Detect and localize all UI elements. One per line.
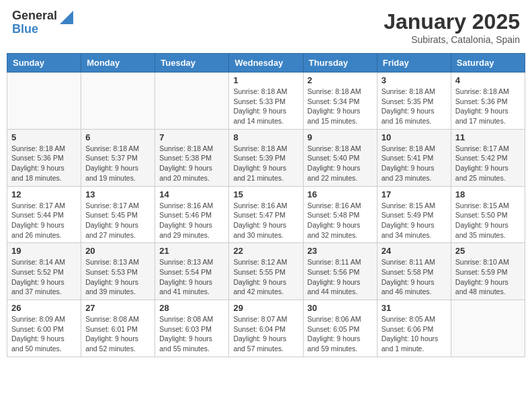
- week-row-1: 1Sunrise: 8:18 AM Sunset: 5:33 PM Daylig…: [7, 73, 525, 130]
- day-number: 4: [455, 75, 521, 85]
- day-info: Sunrise: 8:05 AM Sunset: 6:06 PM Dayligh…: [382, 314, 447, 354]
- day-info: Sunrise: 8:18 AM Sunset: 5:37 PM Dayligh…: [85, 144, 150, 183]
- day-number: 9: [308, 132, 373, 142]
- logo-icon: [60, 11, 73, 24]
- day-info: Sunrise: 8:18 AM Sunset: 5:40 PM Dayligh…: [308, 144, 373, 183]
- calendar-cell: 4Sunrise: 8:18 AM Sunset: 5:36 PM Daylig…: [451, 73, 525, 130]
- day-number: 10: [382, 132, 447, 142]
- calendar-cell: 29Sunrise: 8:07 AM Sunset: 6:04 PM Dayli…: [229, 300, 303, 357]
- day-info: Sunrise: 8:13 AM Sunset: 5:53 PM Dayligh…: [85, 257, 150, 297]
- weekday-header-row: Sunday Monday Tuesday Wednesday Thursday…: [7, 54, 525, 73]
- header-saturday: Saturday: [451, 54, 525, 73]
- day-info: Sunrise: 8:16 AM Sunset: 5:46 PM Dayligh…: [159, 201, 224, 240]
- day-number: 28: [159, 303, 224, 313]
- calendar-cell: 18Sunrise: 8:15 AM Sunset: 5:50 PM Dayli…: [451, 186, 525, 243]
- calendar-cell: 16Sunrise: 8:16 AM Sunset: 5:48 PM Dayli…: [303, 186, 377, 243]
- day-number: 13: [85, 189, 150, 199]
- day-number: 8: [233, 132, 298, 142]
- day-number: 12: [11, 189, 77, 199]
- day-number: 23: [308, 246, 373, 256]
- calendar-cell: 6Sunrise: 8:18 AM Sunset: 5:37 PM Daylig…: [81, 129, 155, 186]
- calendar-cell: 24Sunrise: 8:11 AM Sunset: 5:58 PM Dayli…: [377, 243, 451, 300]
- calendar-cell: 11Sunrise: 8:17 AM Sunset: 5:42 PM Dayli…: [451, 129, 525, 186]
- calendar-cell: 21Sunrise: 8:13 AM Sunset: 5:54 PM Dayli…: [155, 243, 229, 300]
- day-number: 14: [159, 189, 224, 199]
- calendar-cell: 27Sunrise: 8:08 AM Sunset: 6:01 PM Dayli…: [81, 300, 155, 357]
- header-wednesday: Wednesday: [229, 54, 303, 73]
- day-number: 6: [85, 132, 150, 142]
- day-number: 18: [455, 189, 521, 199]
- week-row-3: 12Sunrise: 8:17 AM Sunset: 5:44 PM Dayli…: [7, 186, 525, 243]
- calendar-cell: 22Sunrise: 8:12 AM Sunset: 5:55 PM Dayli…: [229, 243, 303, 300]
- calendar-cell: 15Sunrise: 8:16 AM Sunset: 5:47 PM Dayli…: [229, 186, 303, 243]
- logo: General Blue: [12, 9, 73, 36]
- header-thursday: Thursday: [303, 54, 377, 73]
- location-title: Subirats, Catalonia, Spain: [384, 34, 520, 45]
- day-info: Sunrise: 8:18 AM Sunset: 5:36 PM Dayligh…: [11, 144, 77, 183]
- day-info: Sunrise: 8:11 AM Sunset: 5:58 PM Dayligh…: [382, 257, 447, 297]
- calendar-cell: 31Sunrise: 8:05 AM Sunset: 6:06 PM Dayli…: [377, 300, 451, 357]
- week-row-2: 5Sunrise: 8:18 AM Sunset: 5:36 PM Daylig…: [7, 129, 525, 186]
- day-info: Sunrise: 8:18 AM Sunset: 5:34 PM Dayligh…: [308, 87, 373, 126]
- day-info: Sunrise: 8:18 AM Sunset: 5:39 PM Dayligh…: [233, 144, 298, 183]
- day-number: 5: [11, 132, 77, 142]
- day-number: 16: [308, 189, 373, 199]
- day-number: 3: [382, 75, 447, 85]
- day-info: Sunrise: 8:08 AM Sunset: 6:01 PM Dayligh…: [85, 314, 150, 354]
- day-number: 11: [455, 132, 521, 142]
- calendar-cell: 13Sunrise: 8:17 AM Sunset: 5:45 PM Dayli…: [81, 186, 155, 243]
- day-info: Sunrise: 8:11 AM Sunset: 5:56 PM Dayligh…: [308, 257, 373, 297]
- day-info: Sunrise: 8:17 AM Sunset: 5:42 PM Dayligh…: [455, 144, 521, 183]
- day-info: Sunrise: 8:14 AM Sunset: 5:52 PM Dayligh…: [11, 257, 77, 297]
- day-number: 26: [11, 303, 77, 313]
- day-number: 31: [382, 303, 447, 313]
- calendar-cell: 30Sunrise: 8:06 AM Sunset: 6:05 PM Dayli…: [303, 300, 377, 357]
- calendar-cell: 5Sunrise: 8:18 AM Sunset: 5:36 PM Daylig…: [7, 129, 81, 186]
- day-info: Sunrise: 8:09 AM Sunset: 6:00 PM Dayligh…: [11, 314, 77, 354]
- calendar-cell: 8Sunrise: 8:18 AM Sunset: 5:39 PM Daylig…: [229, 129, 303, 186]
- calendar-cell: 20Sunrise: 8:13 AM Sunset: 5:53 PM Dayli…: [81, 243, 155, 300]
- day-number: 21: [159, 246, 224, 256]
- week-row-4: 19Sunrise: 8:14 AM Sunset: 5:52 PM Dayli…: [7, 243, 525, 300]
- header-friday: Friday: [377, 54, 451, 73]
- calendar-cell: [81, 73, 155, 130]
- day-info: Sunrise: 8:15 AM Sunset: 5:50 PM Dayligh…: [455, 201, 521, 240]
- day-number: 20: [85, 246, 150, 256]
- day-number: 24: [382, 246, 447, 256]
- calendar-table: Sunday Monday Tuesday Wednesday Thursday…: [7, 53, 525, 357]
- calendar-cell: 17Sunrise: 8:15 AM Sunset: 5:49 PM Dayli…: [377, 186, 451, 243]
- day-info: Sunrise: 8:08 AM Sunset: 6:03 PM Dayligh…: [159, 314, 224, 354]
- day-info: Sunrise: 8:18 AM Sunset: 5:38 PM Dayligh…: [159, 144, 224, 183]
- day-info: Sunrise: 8:18 AM Sunset: 5:41 PM Dayligh…: [382, 144, 447, 183]
- logo-general-text: General: [12, 9, 57, 23]
- day-info: Sunrise: 8:16 AM Sunset: 5:48 PM Dayligh…: [308, 201, 373, 240]
- header-sunday: Sunday: [7, 54, 81, 73]
- calendar-cell: 23Sunrise: 8:11 AM Sunset: 5:56 PM Dayli…: [303, 243, 377, 300]
- logo-blue-text: Blue: [12, 23, 57, 36]
- day-number: 1: [233, 75, 298, 85]
- day-info: Sunrise: 8:17 AM Sunset: 5:44 PM Dayligh…: [11, 201, 77, 240]
- day-number: 7: [159, 132, 224, 142]
- calendar-cell: [451, 300, 525, 357]
- calendar-cell: 10Sunrise: 8:18 AM Sunset: 5:41 PM Dayli…: [377, 129, 451, 186]
- calendar-cell: [7, 73, 81, 130]
- page-header: General Blue January 2025 Subirats, Cata…: [7, 7, 525, 48]
- month-title: January 2025: [384, 9, 520, 34]
- day-info: Sunrise: 8:15 AM Sunset: 5:49 PM Dayligh…: [382, 201, 447, 240]
- day-number: 17: [382, 189, 447, 199]
- calendar-cell: 2Sunrise: 8:18 AM Sunset: 5:34 PM Daylig…: [303, 73, 377, 130]
- calendar-cell: 19Sunrise: 8:14 AM Sunset: 5:52 PM Dayli…: [7, 243, 81, 300]
- day-number: 19: [11, 246, 77, 256]
- day-info: Sunrise: 8:12 AM Sunset: 5:55 PM Dayligh…: [233, 257, 298, 297]
- day-info: Sunrise: 8:16 AM Sunset: 5:47 PM Dayligh…: [233, 201, 298, 240]
- day-info: Sunrise: 8:10 AM Sunset: 5:59 PM Dayligh…: [455, 257, 521, 297]
- header-monday: Monday: [81, 54, 155, 73]
- day-number: 30: [308, 303, 373, 313]
- calendar-cell: 3Sunrise: 8:18 AM Sunset: 5:35 PM Daylig…: [377, 73, 451, 130]
- calendar-cell: 1Sunrise: 8:18 AM Sunset: 5:33 PM Daylig…: [229, 73, 303, 130]
- title-area: January 2025 Subirats, Catalonia, Spain: [384, 9, 520, 45]
- day-number: 22: [233, 246, 298, 256]
- calendar-cell: [155, 73, 229, 130]
- day-number: 25: [455, 246, 521, 256]
- calendar-cell: 25Sunrise: 8:10 AM Sunset: 5:59 PM Dayli…: [451, 243, 525, 300]
